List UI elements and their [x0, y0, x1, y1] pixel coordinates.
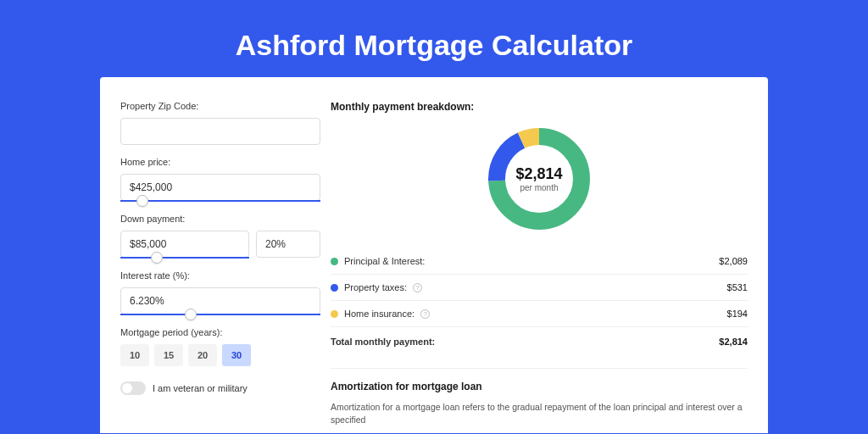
donut-chart: $2,814 per month	[485, 125, 593, 233]
breakdown-panel: Monthly payment breakdown: $2,814 per mo…	[320, 101, 768, 433]
form-panel: Property Zip Code: Home price: Down paym…	[100, 101, 320, 433]
down-label: Down payment:	[120, 214, 320, 224]
legend-label: Principal & Interest:	[344, 256, 425, 266]
donut-sub: per month	[520, 183, 558, 192]
zip-group: Property Zip Code:	[120, 101, 320, 145]
legend-value: $194	[727, 309, 748, 319]
page-title: Ashford Mortgage Calculator	[0, 0, 868, 77]
donut-amount: $2,814	[515, 165, 562, 183]
rate-input[interactable]	[120, 287, 320, 314]
price-slider-thumb[interactable]	[136, 195, 148, 207]
period-group: Mortgage period (years): 10 15 20 30	[120, 327, 320, 366]
price-group: Home price:	[120, 157, 320, 202]
price-label: Home price:	[120, 157, 320, 167]
legend-total-label: Total monthly payment:	[331, 337, 435, 347]
legend-value: $531	[727, 282, 748, 292]
donut-wrap: $2,814 per month	[331, 125, 748, 233]
rate-label: Interest rate (%):	[120, 270, 320, 281]
veteran-toggle[interactable]	[120, 381, 146, 395]
price-slider[interactable]	[120, 200, 320, 202]
legend-row-principal: Principal & Interest: $2,089	[331, 248, 748, 275]
info-icon[interactable]: ?	[420, 309, 430, 319]
legend-label: Home insurance:	[344, 309, 415, 319]
legend-row-total: Total monthly payment: $2,814	[331, 327, 748, 354]
price-input[interactable]	[120, 174, 320, 201]
legend-total-value: $2,814	[719, 337, 748, 347]
zip-label: Property Zip Code:	[120, 101, 320, 111]
dot-icon	[331, 310, 338, 318]
dot-icon	[331, 258, 338, 265]
dot-icon	[331, 284, 338, 292]
period-btn-10[interactable]: 10	[120, 344, 149, 366]
rate-group: Interest rate (%):	[120, 270, 320, 315]
legend-label: Property taxes:	[344, 282, 407, 292]
period-btn-20[interactable]: 20	[188, 344, 217, 366]
rate-slider-thumb[interactable]	[185, 309, 197, 320]
period-buttons: 10 15 20 30	[120, 344, 320, 366]
down-amount-input[interactable]	[120, 231, 249, 258]
calculator-card: Property Zip Code: Home price: Down paym…	[100, 77, 768, 433]
down-slider[interactable]	[120, 257, 249, 259]
amortization-title: Amortization for mortgage loan	[331, 381, 748, 392]
period-label: Mortgage period (years):	[120, 327, 320, 337]
period-btn-30[interactable]: 30	[222, 344, 251, 366]
down-percent-input[interactable]	[256, 231, 320, 258]
rate-slider[interactable]	[120, 314, 320, 315]
info-icon[interactable]: ?	[413, 283, 422, 292]
legend-row-insurance: Home insurance: ? $194	[331, 301, 748, 327]
amortization-section: Amortization for mortgage loan Amortizat…	[331, 368, 748, 426]
donut-center: $2,814 per month	[485, 125, 593, 233]
down-group: Down payment:	[120, 214, 320, 259]
zip-input[interactable]	[120, 118, 320, 145]
legend-value: $2,089	[719, 256, 748, 266]
breakdown-title: Monthly payment breakdown:	[331, 101, 748, 113]
down-slider-thumb[interactable]	[151, 252, 163, 264]
period-btn-15[interactable]: 15	[154, 344, 183, 366]
amortization-body: Amortization for a mortgage loan refers …	[331, 401, 748, 426]
veteran-row: I am veteran or military	[120, 381, 320, 395]
veteran-label: I am veteran or military	[153, 383, 248, 393]
legend-row-taxes: Property taxes: ? $531	[331, 275, 748, 301]
